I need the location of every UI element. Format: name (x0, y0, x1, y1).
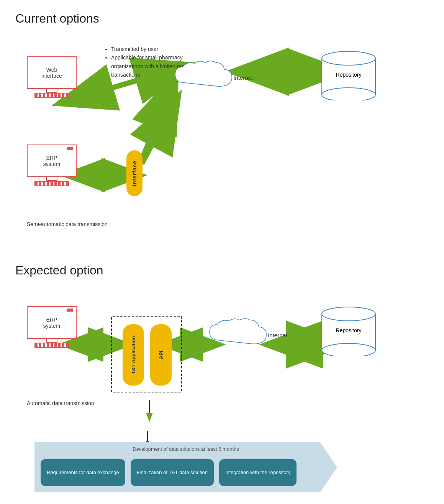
api-pill: API (150, 324, 172, 386)
monitor-stand-erp-2 (46, 339, 57, 343)
tt-dashed-box: T&T Application API (111, 316, 182, 392)
svg-point-12 (322, 51, 375, 65)
auto-label: Automatic data transmission (27, 400, 94, 406)
page: Current options (0, 0, 444, 504)
interface-pill: Interface (126, 150, 143, 196)
erp-computer-1: ERPsystem (27, 144, 77, 186)
current-diagram: Webinterface Transmitted by user Applica… (15, 33, 429, 240)
roadmap-section: Development of data solutions at least 6… (34, 431, 337, 492)
roadmap-title: Development of data solutions at least 6… (133, 446, 239, 452)
internet-label-2: Internet (268, 332, 287, 338)
repository-label-1: Repository (318, 72, 379, 78)
roadmap-connector (34, 431, 337, 442)
monitor-erp-1: ERPsystem (27, 144, 77, 177)
monitor-erp-2: ERPsystem (27, 306, 77, 339)
roadmap-step-2: Finalization of T&T data solution (131, 459, 214, 486)
internet-label-1: Internet (233, 74, 253, 81)
roadmap-steps-container: Requirements for data exchange Finalizat… (41, 459, 297, 486)
erp-mark-1 (67, 147, 73, 150)
web-interface-computer: Webinterface (27, 56, 77, 98)
expected-section: Expected option ERPsystem (15, 263, 429, 492)
repository-1: Repository (318, 51, 379, 100)
current-title: Current options (15, 11, 429, 26)
roadmap-step-3: Integration with the repository (219, 459, 297, 486)
erp-label-1: ERPsystem (43, 155, 60, 167)
monitor-stand-web (46, 89, 57, 93)
cloud-svg-2 (199, 310, 268, 360)
monitor-stand-erp-1 (46, 177, 57, 181)
svg-point-19 (322, 307, 375, 321)
monitor-base-erp-2 (34, 343, 69, 348)
monitor-web: Webinterface (27, 56, 77, 89)
svg-point-13 (322, 88, 375, 100)
monitor-base-web (34, 93, 69, 98)
current-options-section: Current options (15, 11, 429, 240)
svg-line-9 (142, 99, 167, 160)
svg-marker-22 (146, 441, 149, 442)
tt-app-pill: T&T Application (123, 324, 144, 386)
expected-title: Expected option (15, 263, 429, 277)
repository-2: Repository (318, 306, 379, 356)
svg-point-20 (322, 343, 375, 356)
roadmap-arrow-bg: Development of data solutions at least 6… (34, 442, 337, 492)
erp-computer-2: ERPsystem (27, 306, 77, 348)
repository-label-2: Repository (318, 327, 379, 333)
svg-line-10 (142, 118, 167, 164)
erp-mark-2 (67, 309, 73, 312)
erp-label-2: ERPsystem (43, 317, 60, 329)
expected-diagram: ERPsystem T&T Application API (15, 285, 429, 431)
monitor-base-erp-1 (34, 181, 69, 186)
cloud-svg-1 (165, 53, 233, 102)
web-interface-label: Webinterface (41, 67, 62, 79)
roadmap-step-1: Requirements for data exchange (41, 459, 125, 486)
internet-cloud-1: Internet (165, 53, 253, 102)
internet-cloud-2: Internet (199, 310, 287, 360)
semi-auto-label: Semi-automatic data transmission (27, 221, 108, 227)
